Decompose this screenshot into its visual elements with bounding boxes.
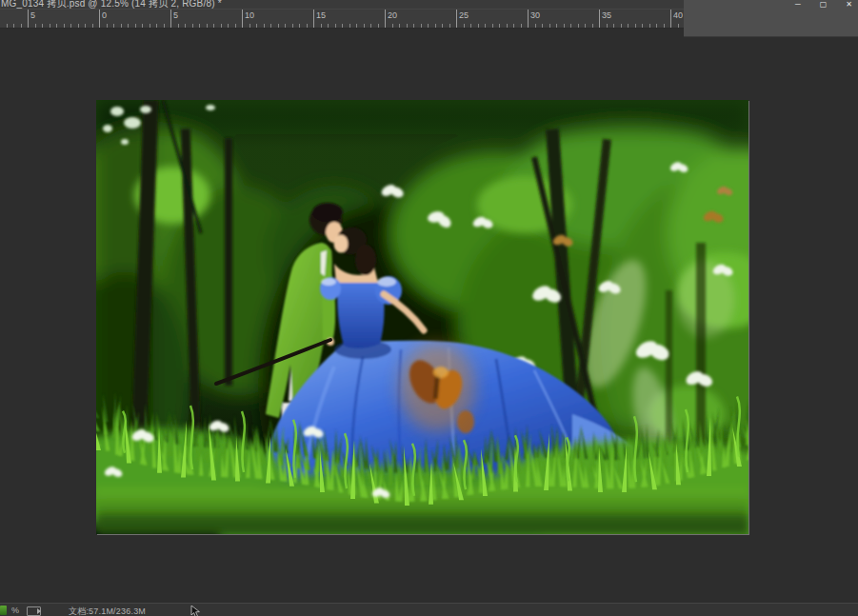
ruler-tick-minor: [570, 24, 571, 28]
ruler-tick-minor: [585, 24, 586, 28]
ruler-tick-minor: [307, 24, 308, 28]
ruler-label: 30: [530, 10, 540, 20]
ruler-tick-minor: [356, 24, 357, 28]
ruler-tick-minor: [485, 24, 486, 28]
ruler-tick-minor: [135, 24, 136, 28]
horizontal-ruler[interactable]: 50510152025303540: [0, 9, 684, 29]
ruler-label: 20: [388, 10, 397, 20]
ruler-tick-minor: [535, 24, 536, 28]
ruler-tick-minor: [613, 24, 614, 28]
ruler-tick-minor: [364, 24, 365, 28]
ruler-tick-minor: [549, 24, 550, 28]
ruler-tick-minor: [56, 24, 57, 28]
maximize-icon[interactable]: ▢: [820, 0, 828, 9]
ruler-tick-minor: [464, 24, 465, 28]
ruler-tick-minor: [442, 24, 443, 28]
ruler-label: 10: [245, 10, 254, 20]
ruler-tick-minor: [664, 24, 665, 28]
ruler-label: 5: [173, 10, 178, 20]
ruler-tick-minor: [70, 24, 71, 28]
ruler-tick-minor: [7, 24, 8, 28]
ruler-tick-minor: [592, 24, 593, 28]
ruler-tick-minor: [435, 24, 436, 28]
ruler-tick-major: [28, 10, 29, 28]
window-controls: ─ ▢ ✕: [795, 0, 852, 9]
ruler-tick-minor: [270, 24, 271, 28]
ruler-tick-minor: [564, 24, 565, 28]
ruler-tick-minor: [213, 24, 214, 28]
ruler-tick-minor: [642, 24, 643, 28]
ruler-tick-minor: [556, 24, 557, 28]
ruler-tick-minor: [578, 24, 579, 28]
ruler-tick-minor: [235, 24, 236, 28]
status-green-icon: [0, 606, 7, 615]
mouse-cursor-icon: [190, 605, 201, 616]
ruler-tick-minor: [628, 24, 629, 28]
ruler-tick-minor: [199, 24, 200, 28]
ruler-tick-major: [99, 10, 100, 28]
ruler-tick-minor: [78, 24, 79, 28]
ruler-tick-minor: [335, 24, 336, 28]
ruler-tick-minor: [64, 24, 65, 28]
ruler-tick-minor: [507, 24, 508, 28]
ruler-tick-minor: [249, 24, 250, 28]
ruler-tick-minor: [607, 24, 608, 28]
ruler-tick-minor: [178, 24, 179, 28]
ruler-label: 5: [30, 10, 35, 20]
ruler-tick-major: [599, 10, 600, 28]
ruler-tick-major: [670, 10, 671, 28]
ruler-tick-minor: [399, 24, 400, 28]
ruler-label: 40: [673, 10, 683, 20]
ruler-tick-major: [456, 10, 457, 28]
ruler-label: 0: [102, 10, 107, 20]
ruler-tick-minor: [292, 24, 293, 28]
ruler-tick-minor: [264, 24, 265, 28]
minimize-icon[interactable]: ─: [795, 0, 801, 9]
ruler-tick-minor: [407, 24, 408, 28]
ruler-tick-minor: [142, 24, 143, 28]
ruler-tick-minor: [256, 24, 257, 28]
ruler-tick-minor: [521, 24, 522, 28]
ruler-tick-minor: [449, 24, 450, 28]
ruler-tick-major: [170, 10, 171, 28]
ruler-tick-minor: [42, 24, 43, 28]
ruler-tick-minor: [228, 24, 229, 28]
canvas-workspace[interactable]: [0, 9, 858, 603]
ruler-tick-minor: [478, 24, 479, 28]
ruler-tick-minor: [321, 24, 322, 28]
photo-document[interactable]: [96, 100, 748, 534]
ruler-tick-major: [385, 10, 386, 28]
ruler-tick-minor: [107, 24, 108, 28]
ruler-tick-minor: [635, 24, 636, 28]
ruler-tick-minor: [492, 24, 493, 28]
document-title: MG_0134 拷贝.psd @ 12.5% (14 拷贝 2, RGB/8) …: [1, 0, 222, 9]
ruler-tick-minor: [121, 24, 122, 28]
close-icon[interactable]: ✕: [846, 0, 852, 9]
photoshop-window: MG_0134 拷贝.psd @ 12.5% (14 拷贝 2, RGB/8) …: [0, 0, 858, 616]
ruler-tick-minor: [413, 24, 414, 28]
ruler-tick-minor: [299, 24, 300, 28]
ruler-tick-minor: [285, 24, 286, 28]
zoom-level-field[interactable]: %: [11, 606, 19, 615]
ruler-tick-minor: [470, 24, 471, 28]
ruler-tick-minor: [21, 24, 22, 28]
ruler-label: 35: [602, 10, 611, 20]
ruler-tick-minor: [421, 24, 422, 28]
ruler-tick-minor: [156, 24, 157, 28]
ruler-tick-minor: [378, 24, 379, 28]
ruler-tick-minor: [621, 24, 622, 28]
ruler-tick-minor: [513, 24, 514, 28]
ruler-label: 25: [459, 10, 469, 20]
ruler-tick-minor: [649, 24, 650, 28]
ruler-tick-minor: [85, 24, 86, 28]
ruler-tick-minor: [278, 24, 279, 28]
ruler-tick-minor: [192, 24, 193, 28]
ruler-tick-minor: [128, 24, 129, 28]
status-bar: % 文档:57.1M/236.3M: [0, 603, 858, 616]
ruler-tick-minor: [221, 24, 222, 28]
ruler-tick-minor: [13, 24, 14, 28]
ruler-tick-minor: [35, 24, 36, 28]
ruler-tick-minor: [342, 24, 343, 28]
ruler-tick-minor: [392, 24, 393, 28]
ruler-tick-minor: [656, 24, 657, 28]
